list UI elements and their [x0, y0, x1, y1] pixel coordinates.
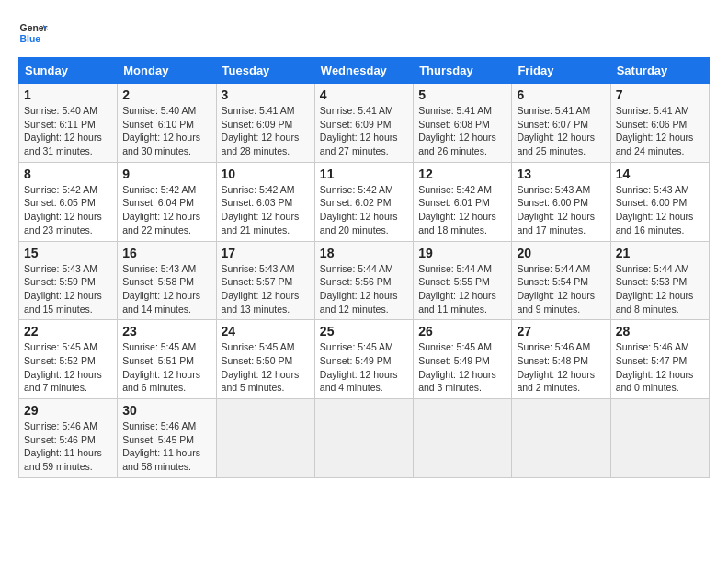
header-day-monday: Monday	[118, 58, 216, 84]
day-number: 26	[418, 324, 506, 339]
day-info: Sunrise: 5:42 AMSunset: 6:03 PMDaylight:…	[222, 183, 310, 237]
calendar-cell: 13Sunrise: 5:43 AMSunset: 6:00 PMDayligh…	[512, 162, 610, 241]
calendar-cell: 18Sunrise: 5:44 AMSunset: 5:56 PMDayligh…	[314, 241, 413, 320]
day-info: Sunrise: 5:45 AMSunset: 5:52 PMDaylight:…	[24, 340, 112, 395]
day-number: 1	[24, 87, 112, 102]
day-number: 24	[222, 324, 310, 339]
calendar-cell: 2Sunrise: 5:40 AMSunset: 6:10 PMDaylight…	[118, 84, 216, 163]
calendar-table: SundayMondayTuesdayWednesdayThursdayFrid…	[18, 57, 710, 478]
day-info: Sunrise: 5:42 AMSunset: 6:02 PMDaylight:…	[320, 183, 408, 237]
header-day-thursday: Thursday	[414, 58, 512, 84]
calendar-cell: 8Sunrise: 5:42 AMSunset: 6:05 PMDaylight…	[19, 162, 118, 241]
day-info: Sunrise: 5:41 AMSunset: 6:09 PMDaylight:…	[320, 104, 408, 158]
logo: General Blue	[18, 18, 48, 48]
calendar-cell: 6Sunrise: 5:41 AMSunset: 6:07 PMDaylight…	[512, 84, 610, 163]
calendar-cell	[314, 399, 413, 478]
day-number: 21	[616, 246, 704, 260]
day-info: Sunrise: 5:41 AMSunset: 6:07 PMDaylight:…	[517, 104, 605, 158]
calendar-cell: 16Sunrise: 5:43 AMSunset: 5:58 PMDayligh…	[118, 241, 216, 320]
day-info: Sunrise: 5:45 AMSunset: 5:50 PMDaylight:…	[222, 340, 310, 395]
calendar-week-1: 1Sunrise: 5:40 AMSunset: 6:11 PMDaylight…	[19, 84, 710, 163]
calendar-cell: 3Sunrise: 5:41 AMSunset: 6:09 PMDaylight…	[216, 84, 314, 163]
calendar-cell: 27Sunrise: 5:46 AMSunset: 5:48 PMDayligh…	[512, 320, 610, 399]
day-number: 28	[616, 324, 704, 339]
calendar-week-2: 8Sunrise: 5:42 AMSunset: 6:05 PMDaylight…	[19, 162, 710, 241]
calendar-cell: 7Sunrise: 5:41 AMSunset: 6:06 PMDaylight…	[610, 84, 709, 163]
calendar-cell: 20Sunrise: 5:44 AMSunset: 5:54 PMDayligh…	[512, 241, 610, 320]
calendar-cell: 29Sunrise: 5:46 AMSunset: 5:46 PMDayligh…	[19, 399, 118, 478]
svg-text:Blue: Blue	[20, 34, 41, 44]
day-info: Sunrise: 5:40 AMSunset: 6:11 PMDaylight:…	[24, 104, 112, 158]
day-info: Sunrise: 5:43 AMSunset: 5:57 PMDaylight:…	[222, 262, 310, 316]
day-number: 4	[320, 87, 408, 102]
day-info: Sunrise: 5:46 AMSunset: 5:48 PMDaylight:…	[517, 340, 605, 395]
day-info: Sunrise: 5:45 AMSunset: 5:49 PMDaylight:…	[320, 340, 408, 395]
calendar-cell: 24Sunrise: 5:45 AMSunset: 5:50 PMDayligh…	[216, 320, 314, 399]
calendar-cell: 21Sunrise: 5:44 AMSunset: 5:53 PMDayligh…	[610, 241, 709, 320]
calendar-cell: 4Sunrise: 5:41 AMSunset: 6:09 PMDaylight…	[314, 84, 413, 163]
day-number: 20	[517, 246, 605, 260]
day-number: 2	[122, 87, 210, 102]
day-info: Sunrise: 5:41 AMSunset: 6:06 PMDaylight:…	[616, 104, 704, 158]
day-info: Sunrise: 5:43 AMSunset: 5:58 PMDaylight:…	[122, 262, 210, 316]
calendar-cell: 12Sunrise: 5:42 AMSunset: 6:01 PMDayligh…	[414, 162, 512, 241]
day-number: 6	[517, 87, 605, 102]
calendar-cell: 14Sunrise: 5:43 AMSunset: 6:00 PMDayligh…	[610, 162, 709, 241]
day-info: Sunrise: 5:44 AMSunset: 5:55 PMDaylight:…	[418, 262, 506, 316]
calendar-cell: 19Sunrise: 5:44 AMSunset: 5:55 PMDayligh…	[414, 241, 512, 320]
page-header: General Blue	[18, 18, 710, 48]
day-number: 30	[122, 403, 210, 418]
day-info: Sunrise: 5:46 AMSunset: 5:46 PMDaylight:…	[24, 419, 112, 474]
calendar-cell: 25Sunrise: 5:45 AMSunset: 5:49 PMDayligh…	[314, 320, 413, 399]
day-info: Sunrise: 5:46 AMSunset: 5:45 PMDaylight:…	[122, 419, 210, 474]
day-info: Sunrise: 5:43 AMSunset: 5:59 PMDaylight:…	[24, 262, 112, 316]
calendar-cell	[216, 399, 314, 478]
day-info: Sunrise: 5:41 AMSunset: 6:08 PMDaylight:…	[418, 104, 506, 158]
calendar-cell: 15Sunrise: 5:43 AMSunset: 5:59 PMDayligh…	[19, 241, 118, 320]
calendar-cell: 1Sunrise: 5:40 AMSunset: 6:11 PMDaylight…	[19, 84, 118, 163]
day-info: Sunrise: 5:41 AMSunset: 6:09 PMDaylight:…	[222, 104, 310, 158]
day-number: 8	[24, 167, 112, 181]
day-number: 7	[616, 87, 704, 102]
day-info: Sunrise: 5:40 AMSunset: 6:10 PMDaylight:…	[122, 104, 210, 158]
day-number: 11	[320, 167, 408, 181]
calendar-body: 1Sunrise: 5:40 AMSunset: 6:11 PMDaylight…	[19, 84, 710, 478]
calendar-cell: 9Sunrise: 5:42 AMSunset: 6:04 PMDaylight…	[118, 162, 216, 241]
day-number: 15	[24, 246, 112, 260]
logo-icon: General Blue	[18, 18, 48, 48]
calendar-week-3: 15Sunrise: 5:43 AMSunset: 5:59 PMDayligh…	[19, 241, 710, 320]
day-number: 3	[222, 87, 310, 102]
day-info: Sunrise: 5:44 AMSunset: 5:53 PMDaylight:…	[616, 262, 704, 316]
day-info: Sunrise: 5:43 AMSunset: 6:00 PMDaylight:…	[616, 183, 704, 237]
day-number: 16	[122, 246, 210, 260]
day-info: Sunrise: 5:44 AMSunset: 5:56 PMDaylight:…	[320, 262, 408, 316]
calendar-cell	[610, 399, 709, 478]
day-info: Sunrise: 5:42 AMSunset: 6:01 PMDaylight:…	[418, 183, 506, 237]
header-day-tuesday: Tuesday	[216, 58, 314, 84]
day-number: 27	[517, 324, 605, 339]
day-number: 17	[222, 246, 310, 260]
header-day-wednesday: Wednesday	[314, 58, 413, 84]
day-info: Sunrise: 5:46 AMSunset: 5:47 PMDaylight:…	[616, 340, 704, 395]
day-info: Sunrise: 5:44 AMSunset: 5:54 PMDaylight:…	[517, 262, 605, 316]
day-info: Sunrise: 5:42 AMSunset: 6:05 PMDaylight:…	[24, 183, 112, 237]
day-number: 29	[24, 403, 112, 418]
header-day-friday: Friday	[512, 58, 610, 84]
day-number: 12	[418, 167, 506, 181]
day-number: 18	[320, 246, 408, 260]
calendar-cell	[414, 399, 512, 478]
calendar-cell: 10Sunrise: 5:42 AMSunset: 6:03 PMDayligh…	[216, 162, 314, 241]
day-number: 10	[222, 167, 310, 181]
calendar-week-5: 29Sunrise: 5:46 AMSunset: 5:46 PMDayligh…	[19, 399, 710, 478]
calendar-cell	[512, 399, 610, 478]
day-number: 14	[616, 167, 704, 181]
day-number: 13	[517, 167, 605, 181]
day-number: 5	[418, 87, 506, 102]
calendar-cell: 26Sunrise: 5:45 AMSunset: 5:49 PMDayligh…	[414, 320, 512, 399]
header-row: SundayMondayTuesdayWednesdayThursdayFrid…	[19, 58, 710, 84]
calendar-cell: 17Sunrise: 5:43 AMSunset: 5:57 PMDayligh…	[216, 241, 314, 320]
calendar-week-4: 22Sunrise: 5:45 AMSunset: 5:52 PMDayligh…	[19, 320, 710, 399]
header-day-sunday: Sunday	[19, 58, 118, 84]
day-number: 22	[24, 324, 112, 339]
day-number: 9	[122, 167, 210, 181]
